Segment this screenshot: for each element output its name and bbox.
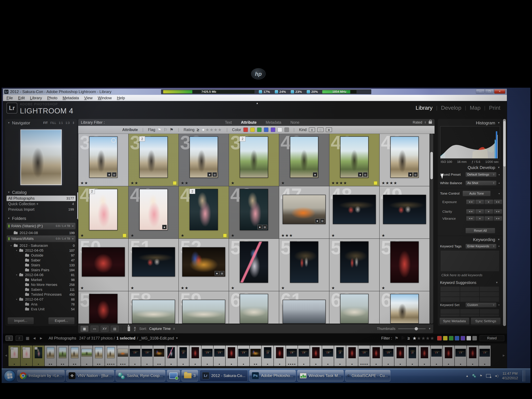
develop-badge-icon[interactable]: ◆ (358, 172, 362, 177)
color-chip[interactable] (437, 336, 442, 341)
keyword-set-cell[interactable] (440, 314, 460, 317)
folder-item-sabers[interactable]: Sabers111 (6, 287, 76, 292)
show-desktop-button[interactable] (523, 370, 526, 381)
catalog-item-all-photographs[interactable]: All Photographs3177 (6, 196, 76, 201)
star-icon[interactable]: ★ (206, 127, 210, 132)
tray-actioncenter-flag-icon[interactable]: ⚑ (480, 374, 482, 378)
navigator-zoom-fill[interactable]: FILL (50, 121, 56, 125)
keyword-set-cell[interactable] (460, 309, 480, 314)
keyword-suggestion-cell[interactable] (460, 292, 480, 297)
stack-count-badge[interactable]: 2 (189, 189, 195, 194)
color-label-chip[interactable] (223, 234, 227, 237)
taskbar-button-globalscape-cu[interactable]: GGlobalSCAPE - Cu... (345, 370, 390, 381)
sort-value[interactable]: Capture Time (149, 327, 171, 331)
color-chip[interactable] (264, 127, 268, 132)
filmstrip-thumb-40[interactable]: ★ (479, 346, 491, 366)
filter-tab-none[interactable]: None (291, 120, 299, 125)
grid-view-icon[interactable]: ▦ (81, 326, 88, 332)
filmstrip-thumb-19[interactable]: ★ (226, 346, 237, 366)
module-library[interactable]: Library (416, 105, 433, 111)
painter-spray-icon[interactable] (128, 326, 130, 331)
navigator-header[interactable]: ▼ Navigator FITFILL1:11:3⇕ (5, 120, 77, 126)
navigator-zoom-1-1[interactable]: 1:1 (59, 121, 63, 125)
flag-reject-icon[interactable]: ⚑ (170, 127, 173, 132)
grid-cell-43[interactable]: 432★ (78, 186, 128, 238)
volume-header-raws-titanic-p[interactable]: RAWs (\\titanic) (P:)0.9 / 1.4 TB▼ (6, 223, 76, 229)
secondary-monitor-button[interactable]: 2 (16, 336, 23, 341)
keyword-suggestion-cell[interactable] (440, 292, 460, 297)
star-rating[interactable]: ★★ (80, 181, 88, 185)
right-panel-scrollbar[interactable] (503, 119, 506, 326)
color-chip[interactable] (443, 336, 448, 341)
sync-metadata-button[interactable]: Sync Metadata (439, 317, 469, 325)
crop-badge-icon[interactable]: ▤ (212, 172, 217, 177)
menu-file[interactable]: File (4, 96, 15, 100)
grid-cell-59[interactable]: 59 (179, 291, 229, 323)
photo-thumbnail[interactable]: ◆▤ (190, 136, 218, 178)
add-keywords-field[interactable]: Click here to add keywords (441, 273, 482, 277)
photo-thumbnail[interactable]: ◆▤ (240, 189, 268, 230)
filter-tab-metadata[interactable]: Metadata (266, 120, 281, 125)
filmstrip-thumb-1[interactable]: 2★ (8, 346, 20, 366)
filmstrip-thumb-35[interactable]: ★ (418, 346, 430, 366)
color-chip[interactable] (449, 336, 453, 341)
photo-thumbnail[interactable] (89, 294, 118, 323)
menu-help[interactable]: Help (114, 96, 127, 100)
folder-item-2012-04-08[interactable]: 2012-04-08199 (6, 230, 76, 235)
keyword-tags-mode-dropdown[interactable]: Enter Keywords ⇕ (466, 244, 496, 249)
filmstrip-thumb-25[interactable]: ★ (298, 346, 310, 366)
updown-icon[interactable]: ⇕ (72, 121, 75, 125)
grid-cell-51[interactable]: 51★ (129, 239, 178, 291)
navigator-zoom-1-3[interactable]: 1:3 (65, 121, 70, 125)
tray-webcam-icon[interactable] (472, 374, 476, 378)
folder-item-ana[interactable]: Ana78 (6, 302, 76, 307)
grid-cell-41[interactable]: 41◆▤★★★★ (329, 134, 379, 186)
star-rating[interactable]: ★ (231, 233, 235, 238)
star-rating[interactable]: ★ (381, 233, 386, 238)
taskbar-button-vnv-nation-bur[interactable]: ❖VNV Nation - [Bur... (66, 370, 114, 381)
keyword-set-cell[interactable] (460, 314, 480, 317)
keyword-suggestion-cell[interactable] (480, 297, 499, 302)
sync-settings-button[interactable]: Sync Settings (471, 317, 501, 325)
navigator-preview[interactable] (20, 129, 62, 185)
module-print[interactable]: Print (489, 105, 500, 111)
expand-left-icon[interactable]: ◄ (498, 173, 500, 176)
filmstrip-thumb-14[interactable]: ★ (165, 346, 177, 366)
star-rating[interactable]: ★ (231, 181, 235, 185)
stepper-increase-button[interactable]: ► (484, 200, 493, 204)
disclosure-triangle[interactable]: ▼ (498, 245, 500, 247)
forward-arrow-icon[interactable]: ► (39, 336, 43, 341)
keyword-tags-textarea[interactable] (440, 250, 499, 272)
grid-scrollbar[interactable] (430, 134, 433, 324)
photo-thumbnail[interactable] (340, 241, 368, 283)
filmstrip-thumb-23[interactable]: ★ (274, 346, 285, 366)
quickdevelop-header[interactable]: Quick Develop ▼ (438, 165, 502, 171)
filmstrip-thumb-20[interactable]: ★ (238, 346, 249, 366)
crop-badge-icon[interactable]: ▤ (320, 219, 325, 223)
volume-header-titanic-raws[interactable]: \\titanic\RAWs0.9 / 1.4 TB▼ (6, 235, 76, 242)
grid-cell-46[interactable]: 46◆▤★ (229, 186, 279, 238)
histogram-chart[interactable] (440, 126, 500, 159)
menu-edit[interactable]: Edit (15, 96, 27, 100)
photo-thumbnail[interactable] (182, 300, 225, 323)
color-label-chip[interactable] (123, 234, 126, 237)
folder-item-no-more-heroes[interactable]: No More Heroes258 (6, 282, 76, 287)
grid-cell-58[interactable]: 58 (129, 291, 178, 323)
develop-badge-icon[interactable]: ◆ (207, 172, 212, 177)
photo-thumbnail[interactable]: ◆▤ (89, 136, 118, 178)
auto-tone-button[interactable]: Auto Tone (462, 191, 491, 196)
filmstrip-thumb-13[interactable]: ★★ (153, 346, 165, 366)
photo-thumbnail[interactable]: ◆ (290, 136, 318, 178)
start-button[interactable] (4, 370, 16, 382)
catalog-item-previous-import[interactable]: Previous Import199 (6, 207, 76, 212)
stepper-increase-button[interactable]: ► (484, 209, 493, 214)
star-rating[interactable]: ★★ (131, 181, 139, 185)
stepper-decrease-button[interactable]: ◄ (475, 216, 484, 221)
filmstrip-thumb-38[interactable]: ★ (455, 346, 467, 366)
color-chip[interactable] (257, 127, 262, 132)
stepper-decrease-button[interactable]: ◄ (475, 209, 484, 214)
keywording-header[interactable]: Keywording ▼ (438, 237, 502, 242)
star-icon[interactable]: ★ (417, 336, 421, 341)
photo-thumbnail[interactable]: 2 (139, 136, 168, 178)
filmstrip-thumb-12[interactable]: ★ (141, 346, 153, 366)
